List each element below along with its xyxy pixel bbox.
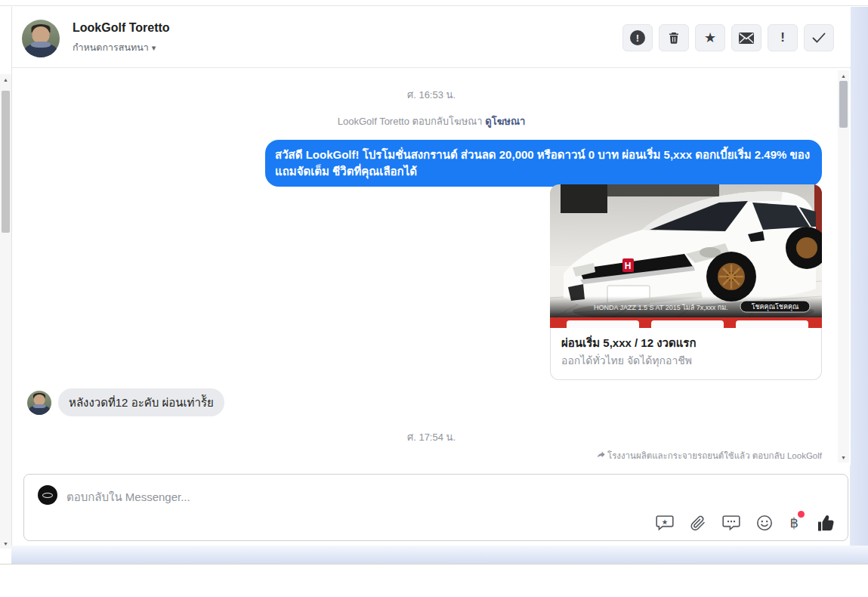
incoming-message-bubble[interactable]: หลังงวดที่12 อะคับ ผ่อนเท่าร้ัย	[58, 388, 224, 416]
scroll-up-icon[interactable]: ▲	[0, 74, 11, 85]
chat-header: LookGolf Toretto กำหนดการสนทนา▾ ! ★	[12, 7, 851, 68]
ad-reply-meta: LookGolf Toretto ตอบกลับโฆษณา ดูโฆษณา	[12, 113, 851, 129]
car-photo-caption-left: HONDA JAZZ 1.5 S AT 2015 ไมล์ 7x,xxx กม.	[594, 303, 728, 311]
conversation-card: LookGolf Toretto กำหนดการสนทนา▾ ! ★	[11, 7, 850, 546]
mark-done-button[interactable]	[804, 24, 834, 51]
conversation-body: ศ. 16:53 น. LookGolf Toretto ตอบกลับโฆษณ…	[12, 69, 851, 466]
composer-actions: ★ ฿	[656, 513, 836, 533]
incoming-message-row: หลังงวดที่12 อะคับ ผ่อนเท่าร้ัย	[27, 388, 224, 416]
header-toolbar: ! ★ !	[622, 24, 834, 51]
ad-reply-text: LookGolf Toretto ตอบกลับโฆษณา	[338, 116, 483, 127]
forward-arrow-icon	[597, 451, 605, 460]
reply-input[interactable]: ตอบกลับใน Messenger...	[66, 488, 681, 506]
page-background-right	[850, 7, 868, 564]
page-logo-icon	[42, 493, 53, 498]
page-background-bottom	[11, 546, 868, 564]
outer-scrollbar-thumb[interactable]	[2, 91, 10, 233]
attachment-subtitle: ออกได้ทั่วไทย จัดได้ทุกอาชีพ	[561, 352, 811, 369]
scroll-up-icon[interactable]: ▲	[838, 70, 849, 81]
scroll-down-icon[interactable]: ▼	[838, 452, 849, 462]
outer-scrollbar[interactable]: ▲ ▼	[0, 74, 11, 549]
exclamation-icon: !	[780, 30, 785, 45]
caret-down-icon: ▾	[152, 43, 156, 52]
label-conversation-text: กำหนดการสนทนา	[73, 42, 149, 53]
attach-file-button[interactable]	[690, 515, 706, 531]
avatar-scarf	[33, 404, 46, 408]
payment-button[interactable]: ฿	[789, 515, 800, 531]
alert-circle-icon: !	[630, 30, 645, 45]
timestamp: ศ. 16:53 น.	[12, 87, 851, 103]
page-avatar	[38, 485, 57, 505]
timestamp: ศ. 17:54 น.	[12, 429, 851, 445]
star-icon: ★	[704, 31, 716, 45]
like-button[interactable]	[816, 513, 836, 533]
contact-name[interactable]: LookGolf Toretto	[73, 21, 170, 35]
sender-avatar[interactable]	[27, 391, 51, 415]
delete-button[interactable]	[659, 24, 689, 51]
attachment-title: ผ่อนเริ่ม 5,xxx / 12 งวดแรก	[561, 336, 811, 351]
messenger-inbox-page: ▲ ▼ LookGolf Toretto กำหนดการสนทนา▾ !	[0, 0, 868, 597]
notification-dot	[798, 511, 805, 518]
contact-avatar[interactable]	[22, 20, 60, 57]
attachment-caption[interactable]: ผ่อนเริ่ม 5,xxx / 12 งวดแรก ออกได้ทั่วไท…	[550, 328, 822, 380]
mark-unread-button[interactable]	[731, 24, 761, 51]
saved-replies-button[interactable]: ★	[656, 515, 674, 531]
check-icon	[812, 32, 826, 43]
ad-attachment-card[interactable]: H	[550, 184, 822, 380]
label-conversation-dropdown[interactable]: กำหนดการสนทนา▾	[73, 40, 156, 55]
view-ad-link[interactable]: ดูโฆษณา	[485, 116, 525, 127]
car-photo[interactable]: H	[550, 184, 822, 328]
trash-icon	[667, 31, 681, 45]
flag-follow-up-button[interactable]: ★	[695, 24, 725, 51]
baht-icon: ฿	[790, 515, 798, 531]
avatar-face	[32, 26, 50, 43]
envelope-icon	[739, 32, 754, 44]
mark-spam-button[interactable]: !	[768, 24, 798, 51]
outgoing-message-bubble[interactable]: สวัสดี LookGolf! โปรโมชั่นสงกรานต์ ส่วนล…	[265, 140, 822, 187]
ad-context-line: โรงงานผลิตและกระจายรถยนต์ใช้แล้ว ตอบกลับ…	[597, 449, 822, 462]
car-photo-caption-right: โชคคุณโชคคุณ	[752, 303, 799, 311]
svg-text:H: H	[625, 261, 632, 271]
reply-composer[interactable]: ตอบกลับใน Messenger... ★ ฿	[23, 474, 848, 541]
avatar-scarf	[31, 42, 51, 48]
emoji-button[interactable]	[756, 515, 773, 531]
scroll-down-icon[interactable]: ▼	[0, 538, 11, 549]
top-divider	[0, 0, 868, 6]
conversation-scrollbar-thumb[interactable]	[839, 81, 848, 128]
ad-context-text: โรงงานผลิตและกระจายรถยนต์ใช้แล้ว ตอบกลับ…	[607, 449, 822, 462]
comment-dots-button[interactable]	[722, 515, 740, 531]
svg-text:★: ★	[661, 518, 668, 526]
bottom-divider	[0, 564, 868, 565]
conversation-scrollbar[interactable]: ▲ ▼	[838, 70, 849, 462]
report-alert-button[interactable]: !	[622, 24, 653, 51]
